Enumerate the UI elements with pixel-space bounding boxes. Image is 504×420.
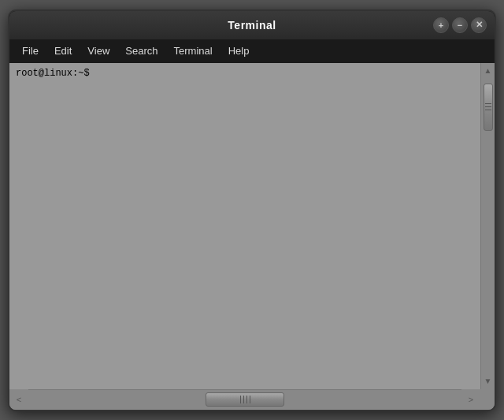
thumb-grip-line — [485, 103, 491, 104]
thumb-grip-line — [485, 106, 491, 107]
add-tab-button[interactable]: + — [433, 17, 449, 33]
scroll-up-button[interactable]: ▲ — [481, 63, 495, 79]
scroll-track-vertical[interactable] — [481, 79, 495, 374]
menu-search[interactable]: Search — [119, 43, 164, 59]
thumb-h-grip — [240, 396, 241, 403]
menu-terminal[interactable]: Terminal — [168, 43, 219, 59]
scroll-thumb-horizontal[interactable] — [206, 392, 284, 407]
window-controls: + − ✕ — [433, 17, 487, 33]
thumb-grip-line — [485, 110, 491, 110]
menu-file[interactable]: File — [16, 43, 45, 59]
menubar: File Edit View Search Terminal Help — [9, 39, 495, 63]
scroll-right-button[interactable]: > — [461, 389, 480, 410]
content-area: root@linux:~$ ▲ ▼ — [9, 63, 495, 389]
scroll-left-icon: < — [17, 395, 21, 404]
minimize-button[interactable]: − — [452, 17, 468, 33]
menu-help[interactable]: Help — [222, 43, 256, 59]
vertical-scrollbar: ▲ ▼ — [480, 63, 495, 389]
thumb-h-grip — [250, 396, 250, 403]
terminal-prompt: root@linux:~$ — [16, 68, 90, 79]
thumb-h-grip — [243, 396, 244, 403]
scrollbar-corner — [480, 389, 495, 410]
scroll-thumb-vertical[interactable] — [484, 84, 493, 131]
terminal-window: Terminal + − ✕ File Edit View Search Ter… — [8, 9, 496, 411]
menu-edit[interactable]: Edit — [48, 43, 78, 59]
window-title: Terminal — [228, 19, 276, 32]
scroll-left-button[interactable]: < — [9, 389, 28, 410]
scroll-track-horizontal[interactable] — [28, 390, 461, 410]
horizontal-scrollbar: < > — [9, 389, 495, 410]
scroll-up-icon: ▲ — [484, 66, 492, 75]
terminal-output[interactable]: root@linux:~$ — [9, 63, 480, 389]
menu-view[interactable]: View — [81, 43, 116, 59]
close-button[interactable]: ✕ — [471, 17, 487, 33]
scroll-down-button[interactable]: ▼ — [481, 374, 495, 389]
thumb-h-grip — [246, 396, 247, 403]
scroll-down-icon: ▼ — [484, 377, 492, 385]
titlebar: Terminal + − ✕ — [9, 11, 495, 39]
scroll-right-icon: > — [469, 395, 473, 404]
